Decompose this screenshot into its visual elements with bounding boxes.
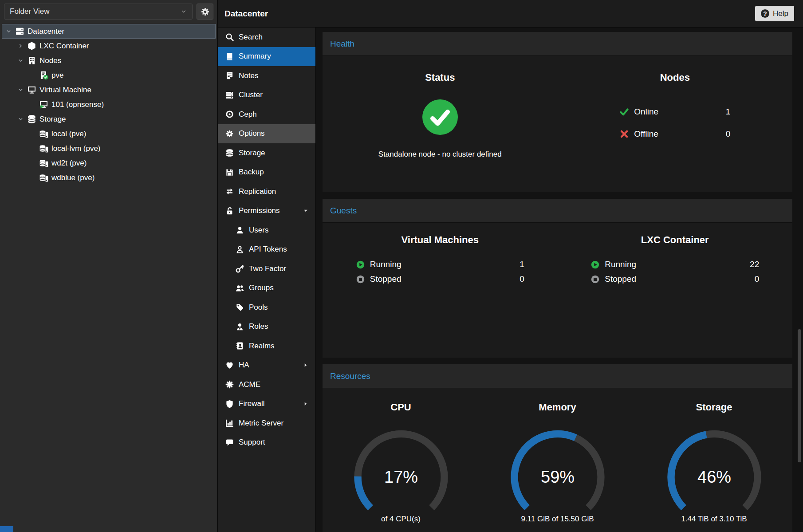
address-book-icon (236, 342, 244, 350)
menu-item-label: Metric Server (239, 419, 283, 428)
user-icon (236, 226, 244, 234)
tree-item-label: pve (51, 71, 63, 80)
status-ok-check-circle-icon (421, 99, 459, 136)
menu-item-support[interactable]: Support (218, 433, 315, 453)
search-icon (225, 33, 234, 41)
guests-panel-header: Guests (323, 199, 792, 223)
tree-item-datacenter[interactable]: Datacenter (2, 24, 216, 39)
menu-item-firewall[interactable]: Firewall (218, 394, 315, 414)
guests-lxc-column: LXC Container Running 22 Stopped 0 (558, 223, 793, 358)
caret-down-icon[interactable] (5, 28, 12, 35)
tree-item-pve[interactable]: pve (2, 68, 216, 83)
gauge-sublabel: 1.44 TiB of 3.10 TiB (681, 515, 747, 524)
tree-item-label: 101 (opnsense) (51, 100, 104, 109)
tree-item-101-opnsense[interactable]: 101 (opnsense) (2, 97, 216, 112)
gauge-arc: 17% (343, 429, 459, 514)
menu-item-label: Groups (249, 284, 274, 292)
menu-item-storage[interactable]: Storage (218, 143, 315, 163)
role-icon (236, 323, 244, 331)
tree-item-label: Nodes (39, 56, 61, 65)
tri-down-icon (303, 208, 308, 213)
gauge-memory: Memory59%9.11 GiB of 15.50 GiB (479, 402, 636, 532)
tree-item-local-pve[interactable]: local (pve) (2, 126, 216, 141)
caret-down-icon[interactable] (17, 57, 24, 64)
storage-drive-icon (39, 129, 48, 138)
gear-icon (225, 130, 234, 138)
menu-item-pools[interactable]: Pools (218, 298, 315, 317)
menu-item-ceph[interactable]: Ceph (218, 105, 315, 124)
menu-item-api-tokens[interactable]: API Tokens (218, 240, 315, 260)
nodes-rows: Online 1 Offline 0 (619, 103, 730, 143)
view-mode-select[interactable]: Folder View (4, 4, 193, 20)
comment-icon (225, 438, 234, 447)
lxc-heading: LXC Container (641, 234, 709, 246)
floppy-icon (225, 168, 234, 177)
menu-item-label: Search (239, 33, 263, 42)
building-icon (27, 56, 36, 65)
resources-panel: Resources CPU17%of 4 CPU(s)Memory59%9.11… (323, 364, 792, 532)
menu-item-replication[interactable]: Replication (218, 182, 315, 201)
lock-open-icon (225, 207, 234, 215)
view-mode-value: Folder View (10, 7, 49, 16)
menu-item-permissions[interactable]: Permissions (218, 201, 315, 221)
caret-down-icon[interactable] (17, 116, 24, 123)
lxc-running-row: Running 22 (590, 258, 759, 271)
resource-tree: DatacenterLXC ContainerNodespveVirtual M… (0, 23, 217, 185)
tree-item-lxc-container[interactable]: LXC Container (2, 39, 216, 53)
resource-tree-panel: Folder View DatacenterLXC ContainerNodes… (0, 0, 218, 532)
resources-panel-title: Resources (330, 371, 370, 381)
menu-item-two-factor[interactable]: Two Factor (218, 259, 315, 279)
menu-item-label: Roles (249, 322, 268, 331)
gauge-percent: 46% (697, 468, 731, 486)
tree-item-wdblue-pve[interactable]: wdblue (pve) (2, 170, 216, 185)
caret-spacer (29, 160, 36, 167)
tree-item-label: LXC Container (39, 42, 89, 51)
content-scrollbar[interactable] (797, 28, 802, 532)
menu-item-cluster[interactable]: Cluster (218, 86, 315, 105)
menu-item-ha[interactable]: HA (218, 356, 315, 375)
tree-item-local-lvm-pve[interactable]: local-lvm (pve) (2, 141, 216, 156)
book-icon (225, 52, 234, 61)
scrollbar-thumb[interactable] (798, 329, 801, 462)
tree-settings-button[interactable] (197, 4, 213, 20)
tree-item-virtual-machine[interactable]: Virtual Machine (2, 83, 216, 97)
menu-item-notes[interactable]: Notes (218, 66, 315, 86)
health-panel: Health Status Standalone node - no clust… (323, 32, 792, 192)
tree-item-wd2t-pve[interactable]: wd2t (pve) (2, 156, 216, 170)
caret-down-icon[interactable] (17, 87, 24, 94)
menu-item-roles[interactable]: Roles (218, 317, 315, 337)
help-button[interactable]: ? Help (755, 6, 794, 21)
vm-heading: Virtual Machines (402, 234, 479, 246)
menu-item-acme[interactable]: ACME (218, 375, 315, 394)
guests-panel-body: Virtual Machines Running 1 Stopped 0 (323, 223, 792, 358)
gauge-title: Storage (696, 402, 732, 413)
right-body: SearchSummaryNotesClusterCephOptionsStor… (218, 28, 803, 532)
menu-item-users[interactable]: Users (218, 221, 315, 240)
key-icon (236, 264, 244, 273)
caret-right-icon[interactable] (17, 43, 24, 50)
menu-item-label: Two Factor (249, 264, 286, 273)
menu-item-summary[interactable]: Summary (218, 47, 315, 67)
play-circle-icon (590, 260, 600, 269)
cluster-icon (225, 91, 234, 99)
menu-item-label: Ceph (239, 110, 257, 119)
vm-running-count: 1 (520, 260, 524, 269)
menu-item-backup[interactable]: Backup (218, 163, 315, 182)
gauge-percent: 59% (541, 468, 575, 486)
health-panel-title: Health (330, 39, 354, 49)
gauge-title: Memory (539, 402, 576, 413)
offline-count: 0 (726, 129, 731, 139)
menu-item-realms[interactable]: Realms (218, 336, 315, 356)
stop-circle-icon (590, 275, 600, 284)
tree-item-storage[interactable]: Storage (2, 112, 216, 126)
menu-item-metric-server[interactable]: Metric Server (218, 414, 315, 433)
menu-item-groups[interactable]: Groups (218, 279, 315, 298)
bottom-left-blue-patch (0, 526, 13, 532)
menu-item-options[interactable]: Options (218, 124, 315, 144)
menu-item-search[interactable]: Search (218, 28, 315, 47)
tree-item-nodes[interactable]: Nodes (2, 53, 216, 68)
play-circle-icon (356, 260, 365, 269)
chart-bar-icon (225, 419, 234, 427)
help-button-label: Help (773, 9, 788, 18)
menu-item-label: HA (239, 361, 249, 370)
